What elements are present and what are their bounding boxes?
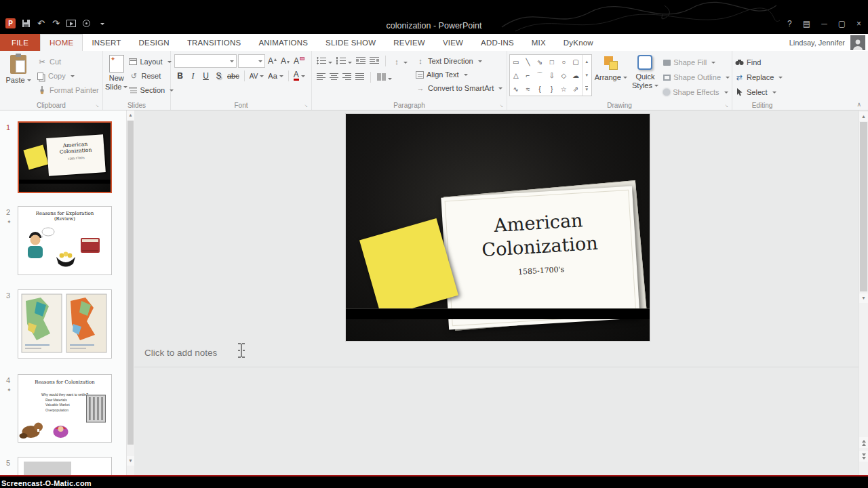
close-icon[interactable]: × xyxy=(856,19,861,28)
character-spacing-button[interactable]: AV xyxy=(248,70,266,83)
bold-button[interactable]: B xyxy=(174,70,186,83)
scroll-up-icon[interactable]: ▲ xyxy=(859,112,868,121)
font-name-select[interactable] xyxy=(174,54,237,68)
paste-button[interactable]: Paste xyxy=(2,54,35,96)
restore-icon[interactable]: ▢ xyxy=(838,19,846,28)
change-case-button[interactable]: Aa xyxy=(267,70,284,83)
bullets-button[interactable] xyxy=(317,55,332,67)
reset-button[interactable]: ↺ Reset xyxy=(129,70,174,82)
minimize-icon[interactable]: ─ xyxy=(821,19,827,28)
shape-option[interactable]: ◇ xyxy=(561,72,566,79)
layout-button[interactable]: Layout xyxy=(129,56,174,68)
italic-button[interactable]: I xyxy=(187,70,199,83)
shape-option[interactable]: ☆ xyxy=(561,85,567,93)
gallery-more-icon[interactable]: ▾ xyxy=(585,86,588,92)
shape-fill-button[interactable]: Shape Fill xyxy=(663,56,730,68)
line-spacing-button[interactable]: ↕ xyxy=(392,55,408,67)
ribbon-display-options-icon[interactable]: ▤ xyxy=(803,19,810,28)
previous-slide-button[interactable] xyxy=(859,437,868,448)
notes-placeholder[interactable]: Click to add notes xyxy=(144,348,217,358)
tab-home[interactable]: HOME xyxy=(40,34,83,51)
tab-transitions[interactable]: TRANSITIONS xyxy=(178,34,250,51)
help-icon[interactable]: ? xyxy=(787,19,792,28)
strikethrough-button[interactable]: abc xyxy=(226,70,241,83)
shape-option[interactable]: ∿ xyxy=(513,85,519,93)
shape-option[interactable]: ⇘ xyxy=(537,58,542,66)
thumbnail-scrollbar-thumb[interactable] xyxy=(127,121,134,445)
tab-design[interactable]: DESIGN xyxy=(130,34,178,51)
text-shadow-button[interactable]: S xyxy=(213,70,224,83)
shape-outline-button[interactable]: Shape Outline xyxy=(663,71,730,83)
shape-option[interactable]: ⌐ xyxy=(526,72,530,79)
shape-option[interactable]: ≈ xyxy=(526,85,530,93)
user-name[interactable]: Lindsay, Jennifer xyxy=(789,39,845,47)
tab-view[interactable]: VIEW xyxy=(434,34,472,51)
shape-option[interactable]: ⇗ xyxy=(573,85,578,93)
increase-font-size-button[interactable]: A xyxy=(267,55,278,68)
underline-button[interactable]: U xyxy=(200,70,212,83)
shape-option[interactable]: △ xyxy=(513,72,519,79)
columns-button[interactable] xyxy=(377,71,392,83)
section-button[interactable]: Section xyxy=(129,84,174,96)
shape-option[interactable]: □ xyxy=(550,58,554,66)
shape-effects-button[interactable]: Shape Effects xyxy=(663,86,730,98)
shape-option[interactable]: ○ xyxy=(561,58,566,66)
tab-file[interactable]: FILE xyxy=(0,34,40,51)
font-size-select[interactable] xyxy=(238,54,265,68)
scroll-down-icon[interactable]: ▼ xyxy=(859,293,868,303)
tab-slideshow[interactable]: SLIDE SHOW xyxy=(317,34,384,51)
tab-insert[interactable]: INSERT xyxy=(83,34,130,51)
clear-formatting-button[interactable]: A xyxy=(292,55,306,68)
convert-smartart-button[interactable]: → Convert to SmartArt xyxy=(416,82,502,94)
shapes-gallery[interactable]: ▭ ╲ ⇘ □ ○ ▢ △ ⌐ ⌒ ⇩ ◇ ☁ ∿ ≈ { } ☆ xyxy=(509,54,592,96)
justify-button[interactable] xyxy=(355,71,364,83)
slide-canvas[interactable]: American Colonization 1585-1700's xyxy=(346,114,650,341)
align-left-button[interactable] xyxy=(317,71,326,83)
copy-button[interactable]: Copy xyxy=(37,70,99,82)
tab-review[interactable]: REVIEW xyxy=(384,34,434,51)
slide-1-thumbnail[interactable]: American Colonization 1585-1700's xyxy=(18,121,112,193)
shape-option[interactable]: ⌒ xyxy=(536,70,543,80)
gallery-down-icon[interactable]: ▾ xyxy=(585,73,588,78)
shape-option[interactable]: ▭ xyxy=(513,58,519,66)
scrollbar-thumb[interactable] xyxy=(860,122,867,291)
align-right-button[interactable] xyxy=(342,71,351,83)
slide-4-thumbnail[interactable]: Reasons for Colonization Why would they … xyxy=(18,374,112,443)
numbering-button[interactable] xyxy=(336,55,352,67)
thumbnail-scroll-up-icon[interactable]: ▲ xyxy=(127,110,134,120)
align-text-button[interactable]: Align Text xyxy=(416,68,502,81)
decrease-font-size-button[interactable]: A xyxy=(279,55,291,68)
gallery-up-icon[interactable]: ▴ xyxy=(585,59,588,64)
increase-indent-button[interactable] xyxy=(370,55,379,67)
vertical-scrollbar[interactable]: ▲ ▼ xyxy=(859,110,868,475)
shape-option[interactable]: } xyxy=(551,85,553,93)
tab-mix[interactable]: MIX xyxy=(523,34,555,51)
tab-dyknow[interactable]: DyKnow xyxy=(555,34,602,51)
slide-title[interactable]: American Colonization xyxy=(446,190,632,264)
font-color-button[interactable]: A xyxy=(292,70,307,83)
avatar[interactable] xyxy=(850,35,865,50)
find-button[interactable]: Find xyxy=(734,56,783,68)
quick-styles-button[interactable]: Quick Styles xyxy=(630,54,661,100)
select-button[interactable]: Select xyxy=(734,86,783,98)
replace-button[interactable]: ⇄ Replace xyxy=(734,71,783,83)
decrease-indent-button[interactable] xyxy=(356,55,366,67)
slide-2-thumbnail[interactable]: Reasons for Exploration (Review) xyxy=(18,206,112,275)
tab-addins[interactable]: ADD-INS xyxy=(472,34,523,51)
cut-button[interactable]: ✂ Cut xyxy=(37,56,99,68)
shape-option[interactable]: ⇩ xyxy=(549,72,554,79)
next-slide-button[interactable] xyxy=(859,451,868,462)
slide-5-thumbnail[interactable] xyxy=(18,457,112,475)
shape-option[interactable]: ╲ xyxy=(526,58,530,66)
arrange-button[interactable]: Arrange xyxy=(595,54,627,100)
shape-option[interactable]: ▢ xyxy=(572,58,578,66)
text-direction-button[interactable]: ↕ Text Direction xyxy=(416,55,502,67)
tab-animations[interactable]: ANIMATIONS xyxy=(250,34,317,51)
new-slide-button[interactable]: ✦ New Slide xyxy=(105,54,127,96)
shape-option[interactable]: ☁ xyxy=(572,72,579,79)
align-center-button[interactable] xyxy=(330,71,338,83)
thumbnail-scrollbar[interactable]: ▲ ▼ xyxy=(126,110,134,475)
slide-3-thumbnail[interactable] xyxy=(18,289,112,359)
format-painter-button[interactable]: Format Painter xyxy=(37,84,99,96)
thumbnail-scroll-down-icon[interactable]: ▼ xyxy=(127,456,134,466)
